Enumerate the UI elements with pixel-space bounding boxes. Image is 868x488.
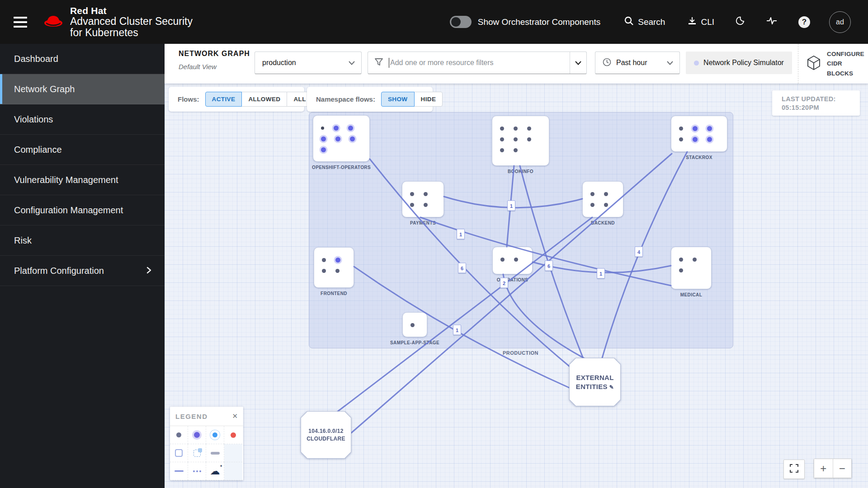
deployment-dot[interactable] <box>424 192 428 196</box>
deployment-dot[interactable] <box>679 268 683 272</box>
deployment-dot[interactable] <box>334 126 339 131</box>
resource-filter-input[interactable] <box>390 54 570 72</box>
namespace-flows-show-button[interactable]: SHOW <box>381 92 415 107</box>
deployment-dot[interactable] <box>693 258 697 262</box>
external-node-external-entities[interactable]: EXTERNALENTITIES✎ <box>569 358 621 406</box>
edge-count-badge[interactable]: 6 <box>458 263 466 273</box>
deployment-dot[interactable] <box>321 127 324 130</box>
deployment-dot[interactable] <box>348 126 353 131</box>
deployment-dot[interactable] <box>514 127 518 131</box>
deployment-dot[interactable] <box>424 203 428 207</box>
edge-count-badge[interactable]: 1 <box>507 201 515 211</box>
namespace-flows-hide-button[interactable]: HIDE <box>414 92 443 107</box>
deployment-dot[interactable] <box>707 137 712 142</box>
deployment-dot[interactable] <box>335 136 340 141</box>
sidebar-item-configuration-management[interactable]: Configuration Management <box>0 195 165 225</box>
deployment-dot[interactable] <box>590 192 594 196</box>
edge-count-badge[interactable]: 4 <box>635 247 643 257</box>
deployment-dot-row <box>321 144 363 155</box>
sidebar-item-dashboard[interactable]: Dashboard <box>0 44 165 74</box>
deployment-dot[interactable] <box>604 192 608 196</box>
sidebar-item-label: Dashboard <box>14 54 58 64</box>
namespace-node-backend[interactable] <box>582 181 623 217</box>
deployment-dot[interactable] <box>590 203 594 207</box>
configure-cidr-blocks-button[interactable]: CONFIGURE CIDR BLOCKS <box>807 44 868 84</box>
deployment-dot[interactable] <box>514 137 518 141</box>
flows-active-button[interactable]: ACTIVE <box>205 92 242 107</box>
namespace-node-operations[interactable] <box>492 247 533 274</box>
legend-item-line-thin <box>170 462 188 480</box>
deployment-dot[interactable] <box>527 137 531 141</box>
legend-item-square-badge <box>188 444 206 462</box>
filter-dropdown-button[interactable] <box>570 52 586 74</box>
deployment-dot[interactable] <box>500 148 504 152</box>
zoom-in-button[interactable]: + <box>814 459 833 478</box>
deployment-dot[interactable] <box>527 127 531 131</box>
deployment-dot[interactable] <box>500 137 504 141</box>
zoom-out-button[interactable]: − <box>833 459 852 478</box>
deployment-dot[interactable] <box>410 192 414 196</box>
external-node-label-line1: EXTERNAL <box>576 374 613 381</box>
system-health-button[interactable] <box>766 16 778 28</box>
help-button[interactable]: ? <box>798 16 810 28</box>
deployment-dot[interactable] <box>335 269 340 273</box>
edge-count-badge[interactable]: 1 <box>597 268 605 279</box>
deployment-dot[interactable] <box>604 203 608 207</box>
deployment-dot[interactable] <box>410 323 415 327</box>
deployment-dot[interactable] <box>514 148 518 152</box>
deployment-dot[interactable] <box>679 127 683 131</box>
user-avatar[interactable]: ad <box>829 11 851 33</box>
deployment-dot[interactable] <box>500 127 504 131</box>
sidebar-item-platform-configuration[interactable]: Platform Configuration <box>0 256 165 286</box>
deployment-dot[interactable] <box>514 258 518 262</box>
deployment-dot[interactable] <box>410 203 414 207</box>
deployment-dot[interactable] <box>693 126 698 131</box>
moon-icon <box>735 16 745 28</box>
external-node-cloudflare[interactable]: 104.16.0.0/12CLOUDFLARE <box>301 411 351 459</box>
namespace-node-sample-app-stage[interactable] <box>402 312 427 337</box>
edge-count-badge[interactable]: 2 <box>500 278 508 288</box>
deployment-dot[interactable] <box>350 136 355 141</box>
sidebar-item-compliance[interactable]: Compliance <box>0 135 165 165</box>
edge-count-badge[interactable]: 1 <box>457 229 465 239</box>
orchestrator-components-toggle[interactable] <box>450 16 472 28</box>
namespace-node-openshift-operators[interactable] <box>313 115 370 162</box>
edge-count-badge[interactable]: 6 <box>545 261 553 271</box>
deployment-dot-row <box>679 254 705 265</box>
legend-square-badge-icon <box>193 450 201 457</box>
expand-icon <box>790 464 798 474</box>
deployment-dot[interactable] <box>321 136 326 141</box>
brand-text: Red Hat Advanced Cluster Security for Ku… <box>70 5 193 39</box>
deployment-dot[interactable] <box>500 258 505 262</box>
deployment-dot[interactable] <box>693 137 698 142</box>
flows-allowed-button[interactable]: ALLOWED <box>241 92 287 107</box>
namespace-node-medical[interactable] <box>671 247 712 289</box>
legend-item-dots-ellipsis <box>188 462 206 480</box>
sidebar-item-violations[interactable]: Violations <box>0 104 165 135</box>
namespace-node-frontend[interactable] <box>314 247 354 288</box>
pencil-edit-icon[interactable]: ✎ <box>609 384 614 390</box>
sidebar-item-risk[interactable]: Risk <box>0 225 165 256</box>
time-window-select[interactable]: Past hour <box>595 52 680 74</box>
deployment-dot[interactable] <box>707 126 712 131</box>
fit-to-screen-button[interactable] <box>783 460 805 479</box>
namespace-node-payments[interactable] <box>402 181 444 217</box>
deployment-dot[interactable] <box>321 147 326 152</box>
deployment-dot[interactable] <box>679 137 683 141</box>
sidebar-item-vulnerability-management[interactable]: Vulnerability Management <box>0 165 165 195</box>
sidebar-item-network-graph[interactable]: Network Graph <box>0 74 165 104</box>
cluster-select[interactable]: production <box>255 52 362 74</box>
namespace-node-bookinfo[interactable] <box>492 116 549 166</box>
deployment-dot[interactable] <box>679 258 683 262</box>
search-button[interactable]: Search <box>624 16 665 28</box>
deployment-dot[interactable] <box>335 258 340 263</box>
cli-download-button[interactable]: CLI <box>688 16 714 28</box>
nav-toggle-hamburger-icon[interactable] <box>14 17 27 28</box>
namespace-node-stackrox[interactable] <box>671 116 727 152</box>
edge-count-badge[interactable]: 1 <box>453 325 461 335</box>
network-policy-simulator-button[interactable]: Network Policy Simulator <box>686 52 792 74</box>
close-icon[interactable]: ✕ <box>232 412 238 420</box>
theme-toggle-button[interactable] <box>735 16 745 28</box>
deployment-dot[interactable] <box>322 258 326 262</box>
deployment-dot[interactable] <box>322 269 326 273</box>
